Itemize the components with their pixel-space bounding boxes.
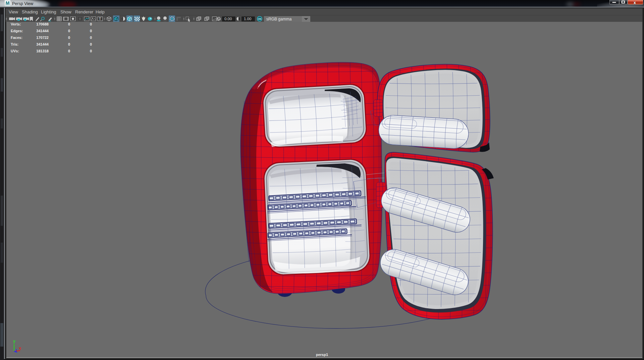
svg-text:0.00: 0.00 bbox=[224, 17, 232, 21]
svg-text:z: z bbox=[15, 348, 17, 352]
svg-text:y: y bbox=[13, 339, 16, 344]
svg-text:1.00: 1.00 bbox=[244, 17, 251, 21]
svg-text:sRGB gamma: sRGB gamma bbox=[266, 17, 292, 21]
svg-text:ON: ON bbox=[258, 18, 262, 20]
svg-text:T: T bbox=[99, 17, 101, 21]
svg-text:x: x bbox=[19, 346, 21, 351]
